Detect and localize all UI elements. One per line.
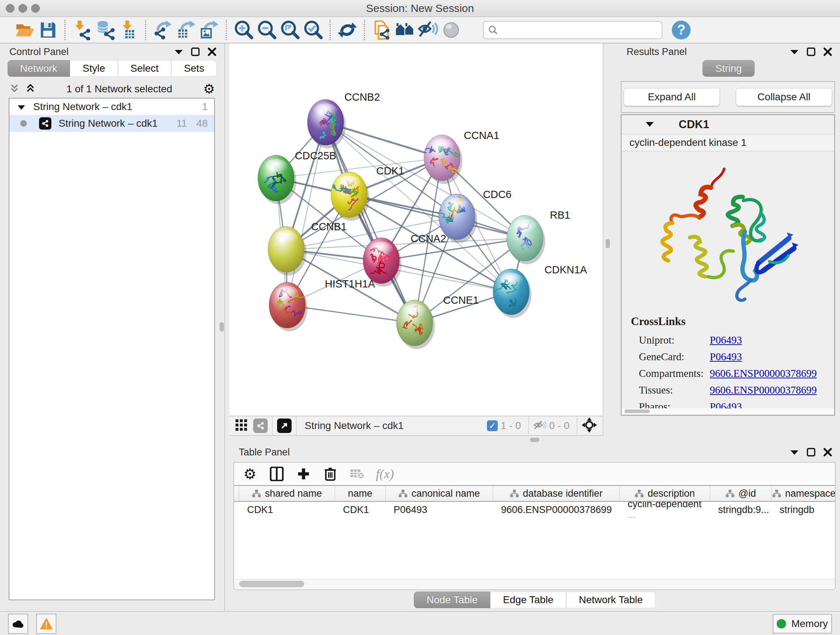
- crosslink-link[interactable]: 9606.ENSP00000378699: [710, 367, 817, 379]
- hide-selected-icon[interactable]: [416, 19, 439, 42]
- new-network-from-selection-icon[interactable]: [370, 19, 393, 42]
- results-splitter[interactable]: [603, 43, 618, 444]
- import-network-file-icon[interactable]: [71, 19, 94, 42]
- crosslink-link[interactable]: 9606.ENSP00000378699: [710, 384, 817, 396]
- table-settings-gear-icon[interactable]: ⚙: [242, 466, 258, 482]
- node-CDC25B[interactable]: CDC25B: [258, 150, 336, 204]
- warnings-button[interactable]: [36, 614, 57, 634]
- show-columns-icon[interactable]: [269, 466, 285, 482]
- birdseye-view-icon[interactable]: [582, 417, 597, 434]
- panel-close-icon[interactable]: [823, 48, 832, 56]
- crosslink-link[interactable]: P06493: [710, 334, 742, 346]
- node-label-CDKN1A: CDKN1A: [545, 264, 587, 276]
- node-CDC6[interactable]: CDC6: [439, 188, 512, 243]
- network-share-view-icon[interactable]: [253, 418, 268, 433]
- cell-canonical-name[interactable]: P06493: [386, 502, 493, 518]
- help-button[interactable]: ?: [672, 21, 691, 40]
- tab-select[interactable]: Select: [118, 60, 172, 77]
- node-label-CCNA2: CCNA2: [411, 233, 446, 244]
- search-input[interactable]: [501, 23, 662, 37]
- save-session-icon[interactable]: [36, 19, 59, 42]
- node-label-CCNB2: CCNB2: [344, 91, 380, 103]
- selected-checkbox-icon[interactable]: ✓: [487, 420, 498, 431]
- cloud-icon: [11, 619, 25, 629]
- panel-float-caret-icon[interactable]: [790, 49, 799, 55]
- panel-close-icon[interactable]: [823, 448, 832, 456]
- apply-layout-icon[interactable]: [336, 19, 359, 42]
- crosslink-link[interactable]: P06493: [710, 351, 742, 363]
- network-canvas[interactable]: CCNB2CCNA1CDC25BCDK1CDC6RB1CCNB1CCNA2CDK…: [229, 43, 603, 416]
- open-in-new-window-icon[interactable]: [277, 418, 292, 433]
- right-splitter-handle[interactable]: [606, 239, 610, 249]
- panel-maximize-icon[interactable]: [191, 48, 200, 56]
- node-details-section: CDK1 cyclin-dependent kinase 1: [621, 114, 835, 416]
- tab-node-table[interactable]: Node Table: [414, 592, 490, 608]
- cell-shared-name[interactable]: CDK1: [239, 502, 335, 518]
- zoom-selected-icon[interactable]: [302, 19, 325, 42]
- panel-float-caret-icon[interactable]: [174, 49, 183, 55]
- node-CCNE1[interactable]: CCNE1: [396, 295, 478, 349]
- tab-network[interactable]: Network: [8, 60, 70, 77]
- section-collapse-caret-icon[interactable]: [645, 121, 654, 128]
- export-table-icon[interactable]: [174, 19, 197, 42]
- import-network-database-icon[interactable]: [94, 19, 117, 42]
- import-table-icon[interactable]: [117, 19, 140, 42]
- cell-database-identifier[interactable]: 9606.ENSP00000378699: [493, 502, 620, 518]
- tab-string[interactable]: String: [703, 60, 754, 77]
- column-header-description[interactable]: description: [620, 486, 710, 501]
- panel-close-icon[interactable]: [208, 48, 216, 56]
- expand-all-button[interactable]: Expand All: [624, 88, 720, 106]
- node-CDK1[interactable]: CDK1: [331, 165, 404, 221]
- left-splitter-handle[interactable]: [219, 322, 224, 332]
- network-collection-row[interactable]: String Network – cdk1 1: [9, 98, 214, 115]
- open-session-icon[interactable]: [13, 19, 36, 42]
- panel-maximize-icon[interactable]: [807, 48, 815, 56]
- tab-style[interactable]: Style: [70, 60, 118, 77]
- collapse-all-button[interactable]: Collapse All: [736, 88, 832, 106]
- expand-all-chevron-icon[interactable]: [25, 88, 35, 95]
- tab-edge-table[interactable]: Edge Table: [490, 592, 566, 608]
- cell-name[interactable]: CDK1: [335, 502, 386, 518]
- cell-namespace[interactable]: stringdb: [772, 502, 836, 518]
- panel-float-caret-icon[interactable]: [790, 449, 799, 455]
- node-CCNB2[interactable]: CCNB2: [308, 91, 380, 149]
- grid-view-icon[interactable]: [234, 418, 248, 433]
- node-CCNA2[interactable]: CCNA2: [363, 233, 446, 287]
- tab-network-table[interactable]: Network Table: [566, 592, 655, 608]
- zoom-out-icon[interactable]: [255, 19, 278, 42]
- tab-sets[interactable]: Sets: [171, 60, 217, 77]
- table-row[interactable]: CDK1CDK1P064939606.ENSP00000378699cyclin…: [234, 502, 835, 518]
- export-image-icon[interactable]: [197, 19, 221, 42]
- node-CDKN1A[interactable]: CDKN1A: [493, 264, 587, 318]
- panel-maximize-icon[interactable]: [807, 448, 815, 456]
- zoom-in-icon[interactable]: [232, 19, 255, 42]
- collapse-all-chevron-icon[interactable]: [9, 88, 19, 95]
- memory-button[interactable]: Memory: [773, 614, 832, 633]
- export-network-icon[interactable]: [151, 19, 174, 42]
- horizontal-splitter-handle[interactable]: [530, 438, 539, 442]
- node-RB1[interactable]: RB1: [507, 209, 570, 264]
- column-header-shared-name[interactable]: shared name: [239, 486, 335, 501]
- network-edge-count: 48: [196, 118, 208, 129]
- results-hscrollbar[interactable]: [622, 409, 834, 414]
- node-HIST1H1A[interactable]: HIST1H1A: [269, 278, 375, 331]
- zoom-fit-icon[interactable]: [278, 19, 302, 42]
- first-neighbors-icon[interactable]: [393, 19, 416, 42]
- network-options-gear-icon[interactable]: ⚙: [203, 81, 215, 97]
- cell-description[interactable]: cyclin-dependent ...: [620, 502, 710, 518]
- network-graph[interactable]: CCNB2CCNA1CDC25BCDK1CDC6RB1CCNB1CCNA2CDK…: [229, 43, 603, 416]
- column-header-canonical-name[interactable]: canonical name: [386, 486, 493, 501]
- cell-@id[interactable]: stringdb:9...: [710, 502, 772, 518]
- cloud-status-button[interactable]: [8, 614, 28, 634]
- node-CCNA1[interactable]: CCNA1: [424, 130, 499, 184]
- column-header-database-identifier[interactable]: database identifier: [493, 486, 620, 501]
- node-section-header[interactable]: CDK1: [622, 115, 834, 134]
- create-column-plus-icon[interactable]: [295, 466, 311, 482]
- delete-column-trash-icon[interactable]: [322, 466, 338, 482]
- column-header-namespace[interactable]: namespace: [772, 486, 836, 501]
- network-row-selected[interactable]: String Network – cdk1 11 48: [9, 115, 214, 132]
- column-header-@id[interactable]: @id: [710, 486, 772, 501]
- table-hscrollbar[interactable]: [234, 579, 835, 589]
- column-header-name[interactable]: name: [335, 486, 386, 501]
- collapse-caret-icon[interactable]: [17, 101, 25, 112]
